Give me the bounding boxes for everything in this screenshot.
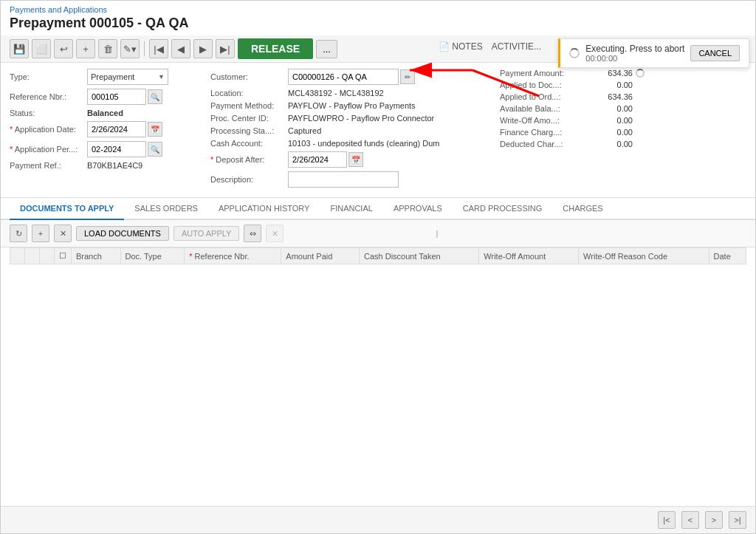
breadcrumb[interactable]: Payments and Applications	[1, 1, 755, 16]
more-button[interactable]: ...	[316, 40, 337, 58]
load-documents-button[interactable]: LOAD DOCUMENTS	[76, 226, 169, 241]
tab-approvals[interactable]: APPROVALS	[383, 198, 453, 220]
cursor-position: |	[436, 229, 438, 238]
tab-charges[interactable]: CHARGES	[552, 198, 613, 220]
footer-prev-btn[interactable]: <	[681, 511, 699, 529]
tab-card-processing[interactable]: CARD PROCESSING	[453, 198, 553, 220]
col-cash-discount-header: Cash Discount Taken	[359, 248, 478, 264]
applied-to-doc-value: 0.00	[588, 81, 633, 89]
chevron-down-icon: ▼	[158, 73, 165, 81]
col-check-header: ☐	[55, 248, 72, 264]
notes-link[interactable]: 📄 NOTES	[439, 41, 482, 52]
applied-to-ord-row: Applied to Ord...: 634.36	[500, 92, 746, 101]
form-left: Type: Prepayment ▼ Reference Nbr.: 🔍 Sta…	[10, 69, 202, 191]
ref-nbr-input[interactable]	[87, 89, 146, 105]
footer-last-btn[interactable]: >|	[729, 511, 746, 529]
col-write-off-reason-header: Write-Off Reason Code	[579, 248, 709, 264]
tab-toolbar: ↻ + ✕ LOAD DOCUMENTS AUTO APPLY ⇔ ✕ |	[1, 220, 755, 247]
app-per-search-icon[interactable]: 🔍	[148, 142, 162, 157]
app-date-row: Application Date: 📅	[10, 121, 202, 137]
delete-row-btn[interactable]: ✕	[54, 225, 72, 242]
undo-btn[interactable]: ↩	[54, 39, 73, 58]
description-input[interactable]	[288, 171, 399, 188]
customer-row: Customer: ✏	[210, 69, 491, 85]
payment-method-row: Payment Method: PAYFLOW - Payflow Pro Pa…	[210, 101, 491, 110]
add-btn[interactable]: +	[76, 39, 95, 58]
notes-icon: 📄	[439, 41, 450, 52]
auto-apply-button: AUTO APPLY	[173, 226, 239, 241]
status-label: Status:	[10, 109, 87, 117]
deducted-char-row: Deducted Char...: 0.00	[500, 140, 746, 148]
description-label: Description:	[210, 175, 288, 184]
customer-label: Customer:	[210, 72, 288, 81]
edit-icon[interactable]: ✏	[400, 69, 415, 84]
status-value: Balanced	[87, 109, 123, 117]
page-title: Prepayment 000105 - QA QA	[1, 16, 755, 35]
finance-charg-value: 0.00	[588, 128, 633, 137]
deposit-calendar-icon[interactable]: 📅	[348, 152, 363, 167]
col-icon1-header	[10, 248, 25, 264]
tab-documents[interactable]: DOCUMENTS TO APPLY	[10, 198, 124, 220]
customer-input[interactable]	[288, 69, 399, 85]
footer-next-btn[interactable]: >	[705, 511, 723, 529]
form-right: Payment Amount: 634.36 Applied to Doc...…	[500, 69, 746, 191]
release-button[interactable]: RELEASE	[238, 38, 313, 59]
col-amount-paid-header: Amount Paid	[281, 248, 360, 264]
location-label: Location:	[210, 89, 288, 97]
top-right-actions: 📄 NOTES ACTIVITIE...	[439, 41, 541, 52]
spinner-icon	[569, 48, 580, 58]
payment-amount-label: Payment Amount:	[500, 69, 588, 78]
finance-charg-label: Finance Charg...:	[500, 128, 588, 137]
first-btn[interactable]: |◀	[149, 39, 168, 58]
tab-financial[interactable]: FINANCIAL	[320, 198, 382, 220]
write-off-amo-label: Write-Off Amo...:	[500, 116, 588, 125]
refresh-btn[interactable]: ↻	[10, 225, 27, 242]
fit-columns-btn[interactable]: ⇔	[244, 225, 261, 242]
status-row: Status: Balanced	[10, 109, 202, 117]
tab-sales-orders[interactable]: SALES ORDERS	[124, 198, 208, 220]
calendar-icon[interactable]: 📅	[148, 122, 162, 137]
next-btn[interactable]: ▶	[193, 39, 213, 58]
ref-nbr-label: Reference Nbr.:	[10, 92, 87, 101]
export-btn[interactable]: ✕	[266, 225, 284, 242]
applied-to-ord-value: 634.36	[588, 92, 633, 101]
copy-btn[interactable]: ⬜	[32, 39, 51, 58]
documents-table: ☐ Branch Doc. Type Reference Nbr. Amount…	[10, 247, 746, 264]
processing-sta-label: Processing Sta...:	[210, 126, 288, 135]
delete-btn[interactable]: 🗑	[98, 39, 117, 58]
payment-amount-row: Payment Amount: 634.36	[500, 69, 746, 78]
processing-sta-row: Processing Sta...: Captured	[210, 126, 491, 135]
activities-link[interactable]: ACTIVITIE...	[492, 41, 541, 52]
deposit-after-label: Deposit After:	[210, 155, 288, 164]
save-icon-btn[interactable]: 💾	[10, 39, 29, 58]
proc-center-row: Proc. Center ID: PAYFLOWPRO - Payflow Pr…	[210, 114, 491, 123]
app-per-input[interactable]	[87, 141, 146, 157]
location-row: Location: MCL438192 - MCL438192	[210, 89, 491, 97]
col-ref-nbr-header: Reference Nbr.	[185, 248, 281, 264]
payment-ref-row: Payment Ref.: B70KB1AE4C9	[10, 161, 202, 170]
payment-ref-label: Payment Ref.:	[10, 161, 87, 170]
col-date-header: Date	[709, 248, 746, 264]
header-row: ☐ Branch Doc. Type Reference Nbr. Amount…	[10, 248, 746, 264]
deducted-char-label: Deducted Char...:	[500, 140, 588, 148]
footer-first-btn[interactable]: |<	[658, 511, 676, 529]
deposit-after-input[interactable]	[288, 151, 347, 168]
tab-app-history[interactable]: APPLICATION HISTORY	[208, 198, 320, 220]
cancel-button[interactable]: CANCEL	[690, 45, 740, 61]
executing-text[interactable]: Executing. Press to abort	[585, 44, 684, 54]
cash-account-row: Cash Account: 10103 - undeposited funds …	[210, 139, 491, 148]
prev-btn[interactable]: ◀	[171, 39, 190, 58]
available-bala-row: Available Bala...: 0.00	[500, 104, 746, 113]
app-container: Payments and Applications Prepayment 000…	[0, 0, 756, 534]
search-icon[interactable]: 🔍	[148, 89, 162, 104]
add-row-btn[interactable]: +	[32, 225, 49, 242]
available-bala-label: Available Bala...:	[500, 104, 588, 113]
action-btn[interactable]: ✎▾	[120, 39, 140, 58]
table-header: ☐ Branch Doc. Type Reference Nbr. Amount…	[10, 248, 746, 264]
last-btn[interactable]: ▶|	[216, 39, 235, 58]
app-date-input[interactable]	[87, 121, 146, 137]
available-bala-value: 0.00	[588, 104, 633, 113]
type-dropdown[interactable]: Prepayment ▼	[87, 69, 168, 85]
form-mid: Customer: ✏ Location: MCL438192 - MCL438…	[210, 69, 491, 191]
applied-to-ord-label: Applied to Ord...:	[500, 92, 588, 101]
